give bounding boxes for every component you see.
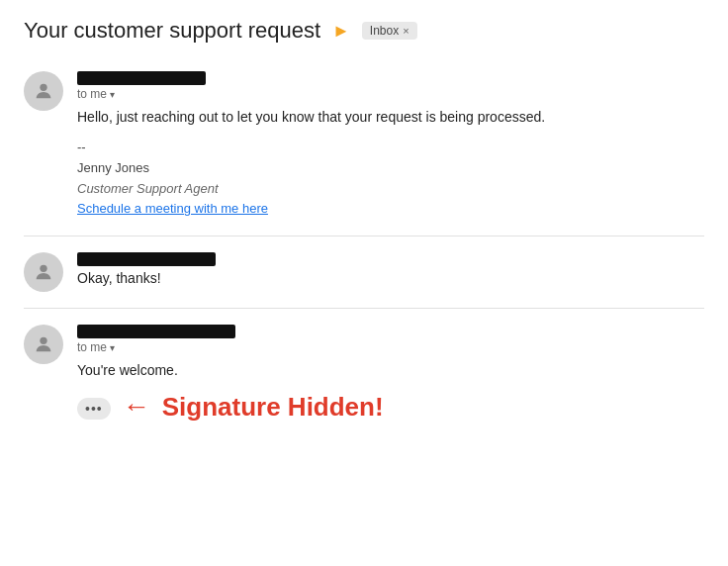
- message-body-2: Okay, thanks!: [77, 268, 704, 289]
- sender-row-2: [77, 252, 704, 266]
- signature-link[interactable]: Schedule a meeting with me here: [77, 201, 268, 216]
- message-body-3: You're welcome.: [77, 360, 704, 381]
- page-title: Your customer support request: [24, 18, 320, 44]
- email-message-3: to me ▾ You're welcome. ••• ← Signature …: [24, 309, 704, 438]
- signature-name: Jenny Jones: [77, 158, 704, 179]
- email-thread-header: Your customer support request ► Inbox ×: [0, 0, 728, 55]
- annotation-area: ••• ← Signature Hidden!: [77, 391, 704, 423]
- person-icon-1: [33, 80, 54, 102]
- inbox-badge[interactable]: Inbox ×: [362, 22, 417, 40]
- avatar-2: [24, 252, 63, 292]
- to-me-dropdown-1[interactable]: ▾: [110, 89, 115, 100]
- signature-role: Customer Support Agent: [77, 179, 704, 200]
- to-me-dropdown-3[interactable]: ▾: [110, 342, 115, 353]
- to-me-label-3: to me: [77, 340, 107, 354]
- to-me-row-1: to me ▾: [77, 87, 704, 101]
- sender-name-redacted-3: [77, 325, 235, 338]
- signature-divider-text: --: [77, 138, 704, 158]
- sender-row-3: [77, 325, 704, 338]
- message-content-2: Okay, thanks!: [77, 252, 704, 292]
- annotation-label: Signature Hidden!: [162, 392, 384, 423]
- sender-row-1: [77, 71, 704, 85]
- sender-name-redacted-1: [77, 71, 206, 85]
- email-message-2: Okay, thanks!: [24, 236, 704, 309]
- sender-name-redacted-2: [77, 252, 216, 266]
- person-icon-3: [33, 333, 54, 355]
- svg-point-0: [40, 84, 46, 91]
- signature-1: -- Jenny Jones Customer Support Agent Sc…: [77, 138, 704, 220]
- forward-icon: ►: [332, 21, 350, 42]
- avatar-3: [24, 325, 63, 364]
- email-message-1: to me ▾ Hello, just reaching out to let …: [24, 55, 704, 236]
- inbox-badge-close[interactable]: ×: [403, 25, 409, 37]
- message-content-3: to me ▾ You're welcome. ••• ← Signature …: [77, 325, 704, 423]
- svg-point-1: [40, 265, 46, 272]
- avatar-1: [24, 71, 63, 111]
- svg-point-2: [40, 337, 46, 344]
- to-me-label-1: to me: [77, 87, 107, 101]
- person-icon-2: [33, 261, 54, 283]
- ellipsis-button[interactable]: •••: [77, 398, 111, 420]
- inbox-badge-label: Inbox: [370, 24, 399, 38]
- email-thread: to me ▾ Hello, just reaching out to let …: [0, 55, 728, 438]
- message-content-1: to me ▾ Hello, just reaching out to let …: [77, 71, 704, 220]
- left-arrow-icon: ←: [123, 391, 150, 423]
- to-me-row-3: to me ▾: [77, 340, 704, 354]
- message-body-1: Hello, just reaching out to let you know…: [77, 107, 704, 128]
